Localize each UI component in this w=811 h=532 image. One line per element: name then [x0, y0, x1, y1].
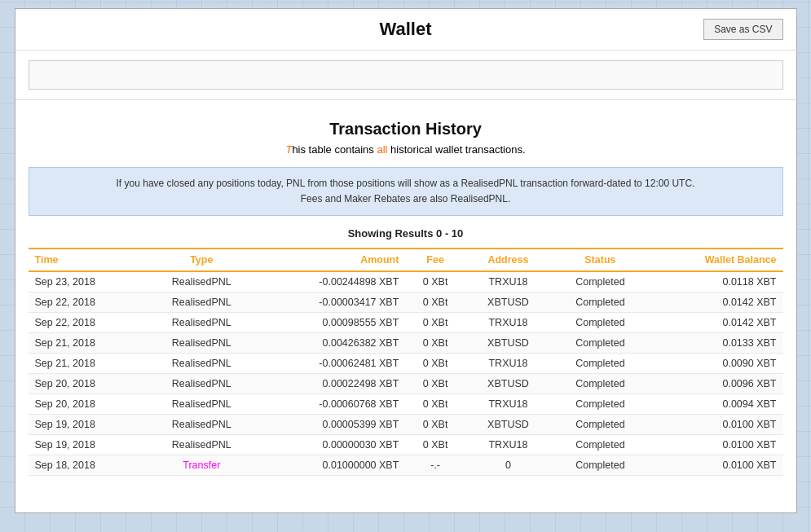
page-title: Wallet [380, 19, 432, 40]
cell-type: RealisedPNL [144, 394, 258, 415]
subtitle-all: all [377, 143, 387, 156]
cell-time: Sep 20, 2018 [29, 394, 145, 415]
table-row: Sep 18, 2018 Transfer 0.01000000 XBT -.-… [29, 455, 783, 476]
col-header-balance: Wallet Balance [650, 248, 783, 271]
cell-time: Sep 21, 2018 [29, 333, 145, 354]
cell-status: Completed [551, 292, 650, 313]
transaction-history-section: Transaction History This table contains … [15, 120, 796, 489]
subtitle-his: his table contains [292, 143, 377, 156]
cell-type: RealisedPNL [144, 333, 258, 354]
table-row: Sep 22, 2018 RealisedPNL 0.00098555 XBT … [29, 313, 783, 333]
col-header-status: Status [551, 248, 650, 271]
cell-address: XBTUSD [465, 415, 551, 435]
table-row: Sep 21, 2018 RealisedPNL -0.00062481 XBT… [29, 354, 783, 374]
cell-amount: 0.00000030 XBT [258, 435, 405, 455]
cell-address: TRXU18 [465, 354, 551, 374]
cell-status: Completed [551, 354, 650, 374]
subtitle-rest: historical wallet transactions. [387, 143, 525, 156]
cell-balance: 0.0118 XBT [650, 271, 783, 292]
cell-amount: 0.01000000 XBT [258, 455, 405, 476]
table-header-row: Time Type Amount Fee Address Status Wall… [29, 248, 783, 271]
cell-address: TRXU18 [465, 271, 551, 292]
table-row: Sep 20, 2018 RealisedPNL 0.00022498 XBT … [29, 374, 783, 394]
cell-time: Sep 19, 2018 [29, 415, 145, 435]
cell-status: Completed [551, 313, 650, 333]
cell-fee: 0 XBt [405, 313, 465, 333]
table-body: Sep 23, 2018 RealisedPNL -0.00244898 XBT… [29, 271, 783, 476]
cell-address: 0 [465, 455, 551, 476]
cell-amount: -0.00003417 XBT [258, 292, 405, 313]
cell-balance: 0.0100 XBT [650, 435, 783, 455]
col-header-fee: Fee [405, 248, 465, 271]
cell-amount: -0.00244898 XBT [258, 271, 405, 292]
cell-time: Sep 21, 2018 [29, 354, 145, 374]
cell-balance: 0.0090 XBT [650, 354, 783, 374]
cell-balance: 0.0142 XBT [650, 313, 783, 333]
info-box: If you have closed any positions today, … [29, 167, 783, 216]
cell-time: Sep 18, 2018 [29, 455, 145, 476]
cell-fee: 0 XBt [405, 354, 465, 374]
cell-status: Completed [551, 455, 650, 476]
cell-balance: 0.0100 XBT [650, 455, 783, 476]
info-line1: If you have closed any positions today, … [117, 178, 695, 189]
cell-address: XBTUSD [465, 374, 551, 394]
cell-type: RealisedPNL [144, 415, 258, 435]
cell-amount: 0.00022498 XBT [258, 374, 405, 394]
cell-time: Sep 23, 2018 [29, 271, 145, 292]
cell-status: Completed [551, 333, 650, 354]
cell-balance: 0.0133 XBT [650, 333, 783, 354]
table-row: Sep 19, 2018 RealisedPNL 0.00000030 XBT … [29, 435, 783, 455]
cell-address: TRXU18 [465, 435, 551, 455]
table-row: Sep 20, 2018 RealisedPNL -0.00060768 XBT… [29, 394, 783, 415]
cell-type: RealisedPNL [144, 354, 258, 374]
col-header-time: Time [29, 248, 145, 271]
section-title: Transaction History [15, 120, 796, 138]
info-line2: Fees and Maker Rebates are also Realised… [301, 193, 510, 204]
cell-status: Completed [551, 394, 650, 415]
col-header-address: Address [465, 248, 551, 271]
cell-amount: -0.00062481 XBT [258, 354, 405, 374]
showing-results: Showing Results 0 - 10 [15, 227, 796, 240]
cell-fee: 0 XBt [405, 271, 465, 292]
cell-type: RealisedPNL [144, 292, 258, 313]
cell-type: Transfer [144, 455, 258, 476]
cell-status: Completed [551, 435, 650, 455]
cell-balance: 0.0096 XBT [650, 374, 783, 394]
cell-time: Sep 22, 2018 [29, 292, 145, 313]
main-panel: Wallet Save as CSV Transaction History T… [15, 8, 797, 513]
cell-balance: 0.0100 XBT [650, 415, 783, 435]
search-bar-area [15, 51, 796, 100]
cell-amount: 0.00426382 XBT [258, 333, 405, 354]
section-subtitle: This table contains all historical walle… [15, 143, 796, 156]
cell-time: Sep 22, 2018 [29, 313, 145, 333]
cell-fee: 0 XBt [405, 292, 465, 313]
table-row: Sep 23, 2018 RealisedPNL -0.00244898 XBT… [29, 271, 783, 292]
cell-address: TRXU18 [465, 313, 551, 333]
transactions-table: Time Type Amount Fee Address Status Wall… [29, 248, 783, 476]
cell-time: Sep 19, 2018 [29, 435, 145, 455]
cell-amount: 0.00005399 XBT [258, 415, 405, 435]
cell-type: RealisedPNL [144, 374, 258, 394]
cell-balance: 0.0094 XBT [650, 394, 783, 415]
save-csv-button[interactable]: Save as CSV [703, 19, 782, 40]
cell-fee: 0 XBt [405, 435, 465, 455]
cell-status: Completed [551, 415, 650, 435]
cell-type: RealisedPNL [144, 313, 258, 333]
panel-header: Wallet Save as CSV [15, 9, 796, 51]
search-input[interactable] [29, 60, 783, 90]
cell-type: RealisedPNL [144, 435, 258, 455]
col-header-amount: Amount [258, 248, 405, 271]
cell-time: Sep 20, 2018 [29, 374, 145, 394]
table-row: Sep 19, 2018 RealisedPNL 0.00005399 XBT … [29, 415, 783, 435]
cell-fee: 0 XBt [405, 415, 465, 435]
col-header-type: Type [144, 248, 258, 271]
cell-address: TRXU18 [465, 394, 551, 415]
table-wrapper: Time Type Amount Fee Address Status Wall… [15, 248, 796, 489]
cell-fee: -.- [405, 455, 465, 476]
cell-type: RealisedPNL [144, 271, 258, 292]
table-row: Sep 21, 2018 RealisedPNL 0.00426382 XBT … [29, 333, 783, 354]
table-row: Sep 22, 2018 RealisedPNL -0.00003417 XBT… [29, 292, 783, 313]
cell-amount: -0.00060768 XBT [258, 394, 405, 415]
cell-fee: 0 XBt [405, 374, 465, 394]
cell-fee: 0 XBt [405, 333, 465, 354]
